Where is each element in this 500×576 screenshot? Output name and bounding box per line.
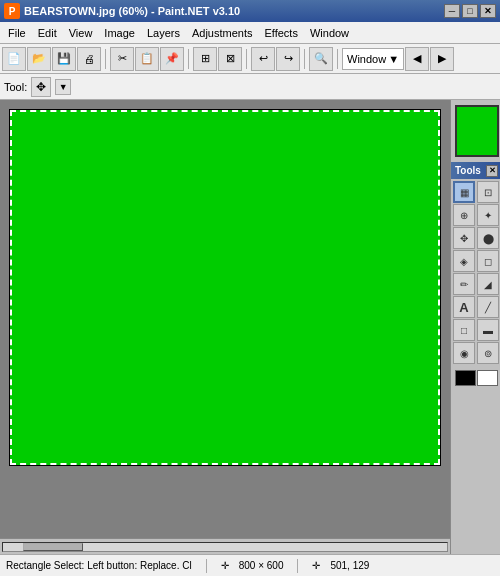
- tool-select-rect[interactable]: ▦: [453, 181, 475, 203]
- tool-pencil[interactable]: ✏: [453, 273, 475, 295]
- scroll-thumb-h[interactable]: [23, 543, 83, 551]
- status-divider2: [297, 559, 298, 573]
- tool-extra[interactable]: ⊚: [477, 342, 499, 364]
- tool-clone[interactable]: ◈: [453, 250, 475, 272]
- close-button[interactable]: ✕: [480, 4, 496, 18]
- tool-move[interactable]: ✥: [453, 227, 475, 249]
- menu-adjustments[interactable]: Adjustments: [186, 22, 259, 43]
- tool-magic-wand[interactable]: ✦: [477, 204, 499, 226]
- tool-options-icon[interactable]: ✥: [31, 77, 51, 97]
- toolbar-extra1[interactable]: ◀: [405, 47, 429, 71]
- title-bar-controls[interactable]: ─ □ ✕: [444, 4, 496, 18]
- tool-zoom[interactable]: ⊕: [453, 204, 475, 226]
- toolbar: 📄 📂 💾 🖨 ✂ 📋 📌 ⊞ ⊠ ↩ ↪ 🔍 Window ▼ ◀ ▶: [0, 44, 500, 74]
- tool-status-text: Rectangle Select: Left button: Replace. …: [6, 560, 192, 571]
- undo-button[interactable]: ↩: [251, 47, 275, 71]
- zoom-button[interactable]: 🔍: [309, 47, 333, 71]
- copy-button[interactable]: 📋: [135, 47, 159, 71]
- paste-button[interactable]: 📌: [160, 47, 184, 71]
- menu-effects[interactable]: Effects: [259, 22, 304, 43]
- menu-bar: File Edit View Image Layers Adjustments …: [0, 22, 500, 44]
- sep2: [188, 49, 189, 69]
- background-color[interactable]: [477, 370, 498, 386]
- tool-brush[interactable]: ⬤: [477, 227, 499, 249]
- tools-panel-close[interactable]: ✕: [486, 165, 498, 177]
- tools-panel: Tools ✕ ▦ ⊡ ⊕ ✦ ✥ ⬤ ◈ ◻ ✏ ◢ A ╱ □: [451, 162, 500, 554]
- minimize-button[interactable]: ─: [444, 4, 460, 18]
- sep3: [246, 49, 247, 69]
- tool-line[interactable]: ╱: [477, 296, 499, 318]
- status-divider: [206, 559, 207, 573]
- title-bar: P BEARSTOWN.jpg (60%) - Paint.NET v3.10 …: [0, 0, 500, 22]
- tool-fill[interactable]: ◢: [477, 273, 499, 295]
- coords-icon: ✛: [312, 560, 320, 571]
- tool-options-icon-glyph: ✥: [36, 80, 46, 94]
- toolbar-extra2[interactable]: ▶: [430, 47, 454, 71]
- image-dimensions: 800 × 600: [239, 560, 284, 571]
- tools-panel-title: Tools: [455, 165, 481, 176]
- canvas-and-tools: Tools ✕ ▦ ⊡ ⊕ ✦ ✥ ⬤ ◈ ◻ ✏ ◢ A ╱ □: [0, 100, 500, 554]
- horizontal-scrollbar[interactable]: [0, 538, 450, 554]
- tool-options-dropdown[interactable]: ▼: [55, 79, 71, 95]
- print-button[interactable]: 🖨: [77, 47, 101, 71]
- tool-eyedropper[interactable]: ◉: [453, 342, 475, 364]
- color-preview: [455, 105, 499, 157]
- tool-shapes[interactable]: □: [453, 319, 475, 341]
- foreground-color[interactable]: [455, 370, 476, 386]
- tool-options-bar: Tool: ✥ ▼: [0, 74, 500, 100]
- scroll-track-h[interactable]: [2, 542, 448, 552]
- menu-file[interactable]: File: [2, 22, 32, 43]
- sep1: [105, 49, 106, 69]
- left-canvas-area: [0, 100, 450, 554]
- app-icon: P: [4, 3, 20, 19]
- sep5: [337, 49, 338, 69]
- color-swatch-row: [455, 370, 498, 386]
- right-panel: Tools ✕ ▦ ⊡ ⊕ ✦ ✥ ⬤ ◈ ◻ ✏ ◢ A ╱ □: [450, 100, 500, 554]
- canvas-scroll-area: [0, 100, 450, 538]
- deselect-button[interactable]: ⊠: [218, 47, 242, 71]
- dropdown-arrow-icon: ▼: [388, 53, 399, 65]
- save-button[interactable]: 💾: [52, 47, 76, 71]
- open-button[interactable]: 📂: [27, 47, 51, 71]
- tools-panel-titlebar: Tools ✕: [451, 162, 500, 179]
- cut-button[interactable]: ✂: [110, 47, 134, 71]
- menu-window[interactable]: Window: [304, 22, 355, 43]
- tool-label: Tool:: [4, 81, 27, 93]
- window-dropdown[interactable]: Window ▼: [342, 48, 404, 70]
- title-text: BEARSTOWN.jpg (60%) - Paint.NET v3.10: [24, 5, 240, 17]
- canvas[interactable]: [10, 110, 440, 465]
- menu-view[interactable]: View: [63, 22, 99, 43]
- redo-button[interactable]: ↪: [276, 47, 300, 71]
- new-button[interactable]: 📄: [2, 47, 26, 71]
- tools-grid: ▦ ⊡ ⊕ ✦ ✥ ⬤ ◈ ◻ ✏ ◢ A ╱ □ ▬ ◉ ⊚: [451, 179, 500, 366]
- tool-gradient[interactable]: ▬: [477, 319, 499, 341]
- menu-layers[interactable]: Layers: [141, 22, 186, 43]
- tool-text[interactable]: A: [453, 296, 475, 318]
- cursor-icon: ✛: [221, 560, 229, 571]
- sep4: [304, 49, 305, 69]
- title-bar-left: P BEARSTOWN.jpg (60%) - Paint.NET v3.10: [4, 3, 240, 19]
- maximize-button[interactable]: □: [462, 4, 478, 18]
- tool-eraser[interactable]: ◻: [477, 250, 499, 272]
- status-bar: Rectangle Select: Left button: Replace. …: [0, 554, 500, 576]
- color-area: [451, 366, 500, 390]
- cursor-coords: 501, 129: [330, 560, 369, 571]
- menu-edit[interactable]: Edit: [32, 22, 63, 43]
- menu-image[interactable]: Image: [98, 22, 141, 43]
- select-all-button[interactable]: ⊞: [193, 47, 217, 71]
- window-dropdown-label: Window: [347, 53, 386, 65]
- tool-select-lasso[interactable]: ⊡: [477, 181, 499, 203]
